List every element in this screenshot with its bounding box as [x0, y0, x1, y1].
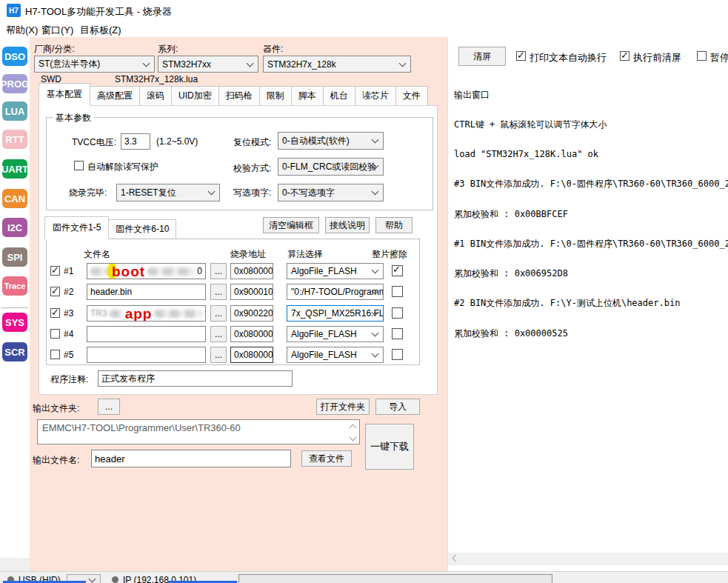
- part-select[interactable]: STM32H7x_128k: [263, 56, 411, 73]
- row2-algo-select[interactable]: "0:/H7-TOOL/Programme: [287, 284, 384, 300]
- row5-num: #5: [64, 350, 73, 360]
- tab-machine[interactable]: 机台: [324, 86, 355, 106]
- row5-enable-checkbox[interactable]: [50, 350, 60, 359]
- row4-address-input[interactable]: 0x08000000: [230, 326, 273, 342]
- row1-enable-checkbox[interactable]: [50, 266, 60, 276]
- row4-erase-checkbox[interactable]: [392, 328, 403, 339]
- menu-target-board[interactable]: 目标板(Z): [77, 23, 124, 38]
- row4-algo-select[interactable]: AlgoFile_FLASH: [287, 326, 384, 342]
- reset-mode-value: 0-自动模式(软件): [282, 135, 350, 147]
- tab-rolling-code[interactable]: 滚码: [140, 86, 172, 106]
- row2-browse-button[interactable]: ...: [210, 284, 227, 300]
- tab-basic-config[interactable]: 基本配置: [39, 83, 90, 106]
- row5-address-input[interactable]: 0x08000000: [230, 347, 273, 363]
- tab-file[interactable]: 文件: [396, 86, 428, 106]
- sidebar-item-i2c[interactable]: I2C: [2, 218, 27, 237]
- sidebar-item-prog[interactable]: PROG: [2, 74, 27, 93]
- output-folder-label: 输出文件夹:: [33, 402, 79, 415]
- row5-algo-value: AlgoFile_FLASH: [291, 350, 357, 360]
- chevron-down-icon: [372, 136, 379, 144]
- open-folder-button[interactable]: 打开文件夹: [316, 399, 370, 415]
- sidebar-item-rtt[interactable]: RTT: [2, 130, 27, 149]
- row3-address-input[interactable]: 0x90022000: [230, 305, 273, 322]
- menu-help[interactable]: 帮助(X): [3, 23, 41, 38]
- tab-firmware-6-10[interactable]: 固件文件6-10: [109, 219, 176, 239]
- row1-browse-button[interactable]: ...: [210, 263, 227, 279]
- unlock-protection-checkbox[interactable]: [74, 161, 84, 170]
- tab-read-chip[interactable]: 读芯片: [355, 86, 396, 106]
- scroll-down-icon[interactable]: [350, 434, 357, 442]
- tab-script[interactable]: 脚本: [292, 86, 324, 106]
- view-file-button[interactable]: 查看文件: [301, 450, 352, 467]
- sidebar-item-dso[interactable]: DSO: [2, 47, 27, 66]
- row3-enable-checkbox[interactable]: [50, 308, 60, 318]
- chevron-down-icon: [372, 188, 379, 196]
- vendor-select[interactable]: ST(意法半导体): [34, 56, 155, 73]
- tvcc-label: TVCC电压:: [72, 136, 116, 149]
- import-button[interactable]: 导入: [375, 399, 420, 415]
- clear-before-run-checkbox[interactable]: [620, 51, 630, 61]
- after-burn-select[interactable]: 1-RESET复位: [116, 184, 220, 201]
- clear-screen-button[interactable]: 清屏: [458, 47, 506, 66]
- output-folder-browse-button[interactable]: ...: [98, 399, 120, 415]
- sidebar-item-uart[interactable]: UART: [2, 159, 27, 179]
- scroll-up-icon[interactable]: [350, 424, 357, 432]
- horizontal-scrollbar[interactable]: [448, 553, 728, 565]
- sidebar-item-scr[interactable]: SCR: [2, 342, 27, 362]
- row3-filename-input[interactable]: TR3 app: [87, 305, 206, 322]
- scroll-left-icon[interactable]: [453, 555, 460, 562]
- output-path-box[interactable]: EMMC\H7-TOOL\Programmer\User\TR360-60: [37, 419, 360, 444]
- row2-address-input[interactable]: 0x90001000: [230, 284, 273, 300]
- clear-editboxes-button[interactable]: 清空编辑框: [263, 217, 319, 233]
- vendor-value: ST(意法半导体): [39, 58, 100, 70]
- row1-redaction-overlay: boot: [112, 264, 145, 279]
- row4-enable-checkbox[interactable]: [50, 329, 60, 339]
- tab-barcode-gun[interactable]: 扫码枪: [219, 86, 260, 106]
- chevron-down-icon: [399, 59, 407, 67]
- autowrap-checkbox[interactable]: [516, 51, 526, 61]
- row5-algo-select[interactable]: AlgoFile_FLASH: [287, 347, 384, 363]
- one-key-download-button[interactable]: 一键下载: [365, 424, 414, 470]
- reset-mode-select[interactable]: 0-自动模式(软件): [278, 132, 384, 150]
- row5-erase-checkbox[interactable]: [392, 349, 403, 360]
- row2-enable-checkbox[interactable]: [50, 287, 60, 296]
- row1-algo-value: AlgoFile_FLASH: [291, 266, 357, 276]
- tab-advanced-config[interactable]: 高级配置: [90, 86, 140, 106]
- row2-erase-checkbox[interactable]: [392, 286, 403, 297]
- sidebar-item-lua[interactable]: LUA: [2, 101, 27, 121]
- row1-algo-select[interactable]: AlgoFile_FLASH: [287, 263, 384, 279]
- row2-filename-input[interactable]: header.bin: [87, 284, 206, 300]
- row3-filename-prefix: TR3: [90, 308, 107, 319]
- row1-erase-checkbox[interactable]: [392, 265, 403, 276]
- help-button[interactable]: 帮助: [375, 217, 413, 233]
- tab-uid-encrypt[interactable]: UID加密: [172, 86, 219, 106]
- row1-address-input[interactable]: 0x08000000: [230, 263, 273, 279]
- after-burn-label: 烧录完毕:: [69, 187, 107, 199]
- row3-browse-button[interactable]: ...: [210, 305, 227, 322]
- row3-erase-checkbox[interactable]: [392, 307, 403, 319]
- row4-browse-button[interactable]: ...: [210, 326, 227, 342]
- sidebar-item-spi[interactable]: SPI: [2, 247, 27, 267]
- tab-firmware-1-5[interactable]: 固件文件1-5: [44, 216, 109, 239]
- pause-checkbox[interactable]: [697, 51, 707, 61]
- sidebar-item-can[interactable]: CAN: [2, 189, 27, 208]
- row5-browse-button[interactable]: ...: [210, 347, 227, 363]
- sidebar-item-trace[interactable]: Trace: [2, 276, 27, 296]
- menu-window[interactable]: 窗口(Y): [39, 23, 76, 38]
- sidebar-item-sys[interactable]: SYS: [2, 313, 27, 332]
- row5-filename-input[interactable]: [87, 347, 206, 363]
- option-bytes-select[interactable]: 0-不写选项字: [278, 184, 384, 201]
- comment-input[interactable]: 正式发布程序: [98, 370, 293, 387]
- reset-mode-label: 复位模式:: [233, 136, 271, 149]
- output-name-input[interactable]: header: [91, 450, 291, 467]
- wiring-help-button[interactable]: 接线说明: [325, 217, 370, 233]
- row4-filename-input[interactable]: [87, 326, 206, 342]
- row1-filename-input[interactable]: boot 0: [87, 263, 206, 279]
- tab-limit[interactable]: 限制: [260, 86, 292, 106]
- row1-num: #1: [64, 266, 73, 276]
- redaction-blur: [154, 310, 202, 318]
- verify-mode-select[interactable]: 0-FLM_CRC或读回校验: [278, 158, 384, 176]
- series-select[interactable]: STM32H7xx: [158, 56, 258, 73]
- tvcc-input[interactable]: 3.3: [121, 133, 150, 150]
- row3-algo-select[interactable]: 7x_QSPI_MX25R16.FLM": [287, 305, 384, 322]
